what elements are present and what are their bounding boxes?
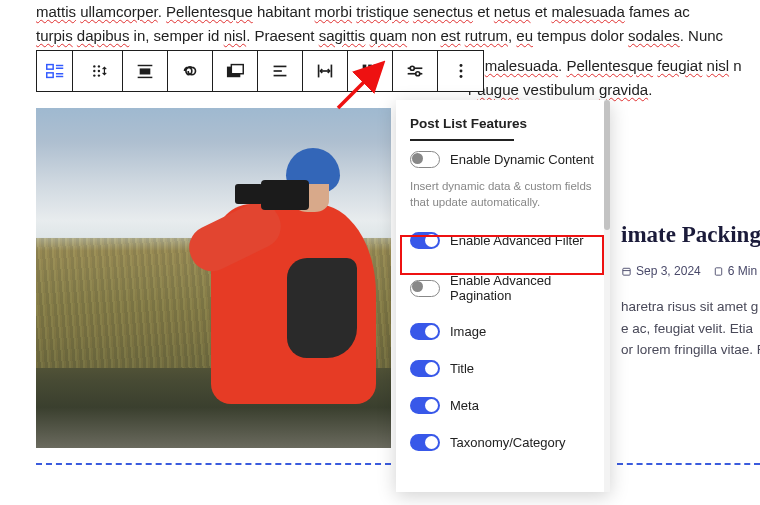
- feature-label: Meta: [450, 398, 479, 413]
- align-button[interactable]: [123, 51, 168, 91]
- svg-point-33: [459, 70, 462, 73]
- feature-toggle-meta[interactable]: Meta: [396, 387, 610, 424]
- post-card: imate Packing Sep 3, 2024 6 Min R haretr…: [621, 222, 760, 422]
- dashed-separator-right: [617, 463, 760, 465]
- toggle-switch[interactable]: [410, 397, 440, 414]
- toggle-switch[interactable]: [410, 280, 440, 297]
- text-align-icon[interactable]: [258, 51, 303, 91]
- svg-point-10: [97, 70, 99, 72]
- svg-point-8: [93, 74, 95, 76]
- svg-point-32: [459, 64, 462, 67]
- more-options-icon[interactable]: [438, 51, 483, 91]
- svg-rect-25: [374, 65, 378, 69]
- block-type-icon[interactable]: [37, 51, 73, 91]
- paragraph-lines-behind-toolbar: ta malesuada. Pellentesque feugiat nisl …: [468, 54, 760, 102]
- post-card-excerpt: haretra risus sit amet g e ac, feugiat v…: [621, 296, 760, 361]
- post-featured-image[interactable]: [36, 108, 391, 448]
- toggle-switch[interactable]: [410, 232, 440, 249]
- feature-label: Enable Advanced Filter: [450, 233, 584, 248]
- svg-point-6: [93, 65, 95, 67]
- toggle-switch[interactable]: [410, 360, 440, 377]
- toggle-switch[interactable]: [410, 151, 440, 168]
- image-gallery-icon[interactable]: [213, 51, 258, 91]
- feature-label: Title: [450, 361, 474, 376]
- svg-rect-37: [715, 267, 721, 274]
- width-icon[interactable]: [303, 51, 348, 91]
- feature-label: Image: [450, 324, 486, 339]
- svg-rect-16: [231, 65, 243, 74]
- toggle-switch[interactable]: [410, 434, 440, 451]
- feature-toggle-filter[interactable]: Enable Advanced Filter: [396, 218, 610, 263]
- feature-label: Enable Dynamic Content: [450, 152, 594, 167]
- post-date: Sep 3, 2024: [636, 264, 701, 278]
- svg-rect-35: [623, 268, 630, 275]
- loop-icon[interactable]: [168, 51, 213, 91]
- svg-point-7: [93, 70, 95, 72]
- filter-sliders-icon[interactable]: [393, 51, 438, 91]
- post-read-time: 6 Min R: [728, 264, 760, 278]
- svg-rect-27: [368, 70, 372, 74]
- feature-toggle-image[interactable]: Image: [396, 313, 610, 350]
- read-time-icon: [713, 266, 724, 277]
- svg-rect-26: [363, 70, 367, 74]
- calendar-icon: [621, 266, 632, 277]
- block-toolbar: [36, 50, 484, 92]
- feature-toggle-taxonomy[interactable]: Taxonomy/Category: [396, 424, 610, 461]
- svg-point-9: [97, 65, 99, 67]
- feature-label: Enable Advanced Pagination: [450, 273, 596, 303]
- svg-rect-24: [368, 65, 372, 69]
- svg-rect-23: [363, 65, 367, 69]
- feature-toggle-title[interactable]: Title: [396, 350, 610, 387]
- toggle-switch[interactable]: [410, 323, 440, 340]
- svg-point-34: [459, 75, 462, 78]
- svg-point-11: [97, 74, 99, 76]
- svg-point-31: [416, 72, 420, 76]
- dashed-separator-left: [36, 463, 391, 465]
- popover-title: Post List Features: [396, 100, 610, 141]
- image-person: [191, 148, 381, 408]
- drag-move-button[interactable]: [73, 51, 123, 91]
- feature-toggle-pagination[interactable]: Enable Advanced Pagination: [396, 263, 610, 313]
- feature-help-text: Insert dynamic data & custom fields that…: [396, 178, 610, 218]
- features-popover: Post List Features Enable Dynamic Conten…: [396, 100, 610, 492]
- post-card-title[interactable]: imate Packing: [621, 222, 760, 248]
- feature-label: Taxonomy/Category: [450, 435, 566, 450]
- post-card-meta: Sep 3, 2024 6 Min R: [621, 264, 760, 278]
- svg-point-29: [410, 66, 414, 70]
- grid-settings-icon[interactable]: [348, 51, 393, 91]
- svg-rect-1: [46, 73, 52, 78]
- feature-toggle-dynamic[interactable]: Enable Dynamic Content: [396, 141, 610, 178]
- svg-rect-0: [46, 65, 52, 70]
- svg-rect-13: [140, 69, 149, 74]
